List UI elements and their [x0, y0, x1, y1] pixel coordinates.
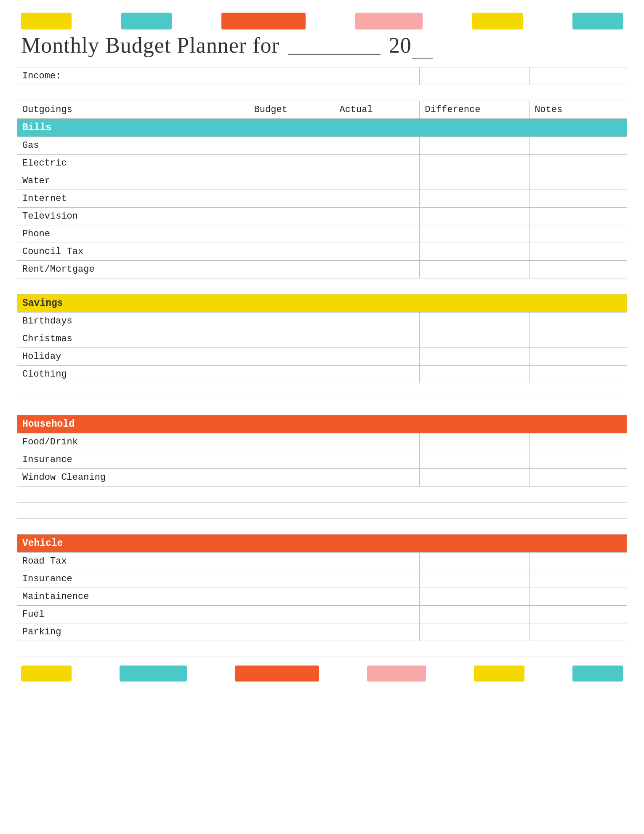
income-diff[interactable] — [420, 67, 530, 85]
title-name-underline[interactable] — [288, 29, 381, 55]
vehicle-label: Vehicle — [17, 535, 627, 553]
table-row: Internet — [17, 190, 627, 208]
budget-table: Income: Outgoings Budget Actual Differen… — [17, 67, 627, 657]
item-food-drink: Food/Drink — [17, 433, 249, 451]
col-header-actual: Actual — [334, 101, 420, 119]
item-electric: Electric — [17, 155, 249, 172]
item-clothing: Clothing — [17, 366, 249, 383]
table-row: Maintainence — [17, 588, 627, 606]
deco-block-6 — [572, 13, 623, 29]
table-row: Television — [17, 208, 627, 225]
item-television: Television — [17, 208, 249, 225]
category-savings: Savings — [17, 294, 627, 313]
income-notes[interactable] — [530, 67, 627, 85]
income-row: Income: — [17, 67, 627, 85]
empty-row-bills — [17, 278, 627, 294]
deco-block-3 — [221, 13, 306, 29]
top-decoration — [17, 13, 627, 29]
item-insurance-household: Insurance — [17, 451, 249, 469]
page: Monthly Budget Planner for 20 Income: Ou… — [0, 0, 644, 834]
col-header-notes: Notes — [530, 101, 627, 119]
table-row: Road Tax — [17, 553, 627, 570]
income-budget[interactable] — [249, 67, 334, 85]
table-row: Council Tax — [17, 243, 627, 261]
item-gas: Gas — [17, 137, 249, 155]
bottom-deco-3 — [235, 666, 319, 682]
table-row: Fuel — [17, 606, 627, 623]
title-row: Monthly Budget Planner for 20 — [17, 33, 627, 59]
table-row: Insurance — [17, 451, 627, 469]
table-row: Gas — [17, 137, 627, 155]
item-parking: Parking — [17, 623, 249, 641]
empty-row-vehicle — [17, 641, 627, 657]
table-row: Birthdays — [17, 313, 627, 330]
empty-row-savings-1 — [17, 383, 627, 399]
page-title: Monthly Budget Planner for 20 — [21, 33, 433, 59]
empty-row-household-2 — [17, 503, 627, 519]
deco-block-4 — [355, 13, 423, 29]
deco-block-1 — [21, 13, 72, 29]
table-row: Water — [17, 172, 627, 190]
bottom-decoration — [17, 666, 627, 682]
empty-row-household-3 — [17, 519, 627, 535]
item-maintainence: Maintainence — [17, 588, 249, 606]
bottom-deco-2 — [120, 666, 187, 682]
col-header-budget: Budget — [249, 101, 334, 119]
table-row: Electric — [17, 155, 627, 172]
table-row: Holiday — [17, 348, 627, 366]
category-bills: Bills — [17, 119, 627, 137]
deco-block-5 — [472, 13, 523, 29]
savings-label: Savings — [17, 294, 627, 313]
item-birthdays: Birthdays — [17, 313, 249, 330]
empty-row-after-income — [17, 85, 627, 101]
empty-row-savings-2 — [17, 399, 627, 415]
category-vehicle: Vehicle — [17, 535, 627, 553]
table-row: Clothing — [17, 366, 627, 383]
col-header-difference: Difference — [420, 101, 530, 119]
table-row: Phone — [17, 225, 627, 243]
item-rent-mortgage: Rent/Mortgage — [17, 261, 249, 278]
table-row: Parking — [17, 623, 627, 641]
bottom-deco-5 — [474, 666, 524, 682]
category-household: Household — [17, 415, 627, 433]
income-actual[interactable] — [334, 67, 420, 85]
income-label: Income: — [17, 67, 249, 85]
item-phone: Phone — [17, 225, 249, 243]
item-holiday: Holiday — [17, 348, 249, 366]
bills-label: Bills — [17, 119, 627, 137]
bottom-deco-4 — [367, 666, 426, 682]
item-insurance-vehicle: Insurance — [17, 570, 249, 588]
column-headers: Outgoings Budget Actual Difference Notes — [17, 101, 627, 119]
table-row: Food/Drink — [17, 433, 627, 451]
empty-row-household-1 — [17, 486, 627, 503]
bottom-deco-6 — [572, 666, 623, 682]
table-row: Window Cleaning — [17, 469, 627, 486]
item-christmas: Christmas — [17, 330, 249, 348]
item-internet: Internet — [17, 190, 249, 208]
household-label: Household — [17, 415, 627, 433]
bottom-deco-1 — [21, 666, 72, 682]
deco-block-2 — [121, 13, 172, 29]
table-row: Insurance — [17, 570, 627, 588]
table-row: Christmas — [17, 330, 627, 348]
table-row: Rent/Mortgage — [17, 261, 627, 278]
col-header-outgoings: Outgoings — [17, 101, 249, 119]
item-water: Water — [17, 172, 249, 190]
item-fuel: Fuel — [17, 606, 249, 623]
item-council-tax: Council Tax — [17, 243, 249, 261]
item-road-tax: Road Tax — [17, 553, 249, 570]
item-window-cleaning: Window Cleaning — [17, 469, 249, 486]
